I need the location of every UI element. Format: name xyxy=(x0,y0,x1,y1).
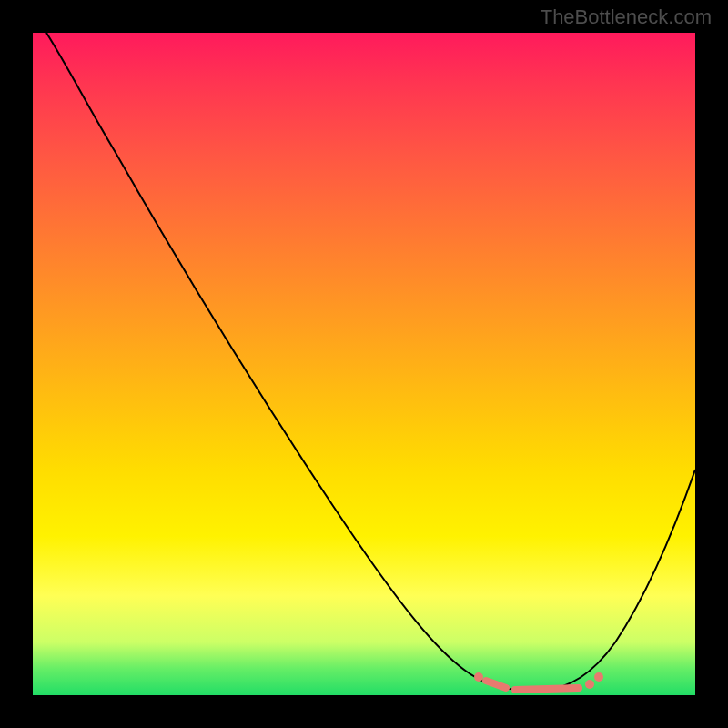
optimal-range-segment-2 xyxy=(515,688,579,690)
optimal-point-3 xyxy=(594,672,603,682)
bottleneck-curve xyxy=(46,33,695,691)
chart-svg xyxy=(33,33,695,695)
optimal-range-segment-1 xyxy=(486,681,506,688)
optimal-point-1 xyxy=(474,672,483,682)
watermark-text: TheBottleneck.com xyxy=(541,5,712,29)
chart-container xyxy=(33,33,695,695)
optimal-point-2 xyxy=(585,680,594,689)
